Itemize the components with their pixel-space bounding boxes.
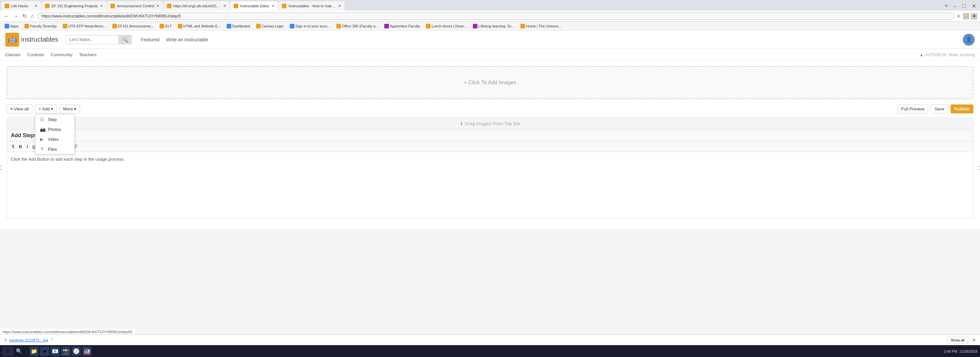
dropdown-item-step[interactable]: ☰ Step — [35, 115, 74, 124]
bookmarks-bar: Apps Faculty Diversity UTK EFP News/Anno… — [0, 22, 980, 30]
search-bar: 🔍 — [65, 35, 132, 44]
bookmark-item-5[interactable]: HTML and Website E... — [176, 23, 223, 29]
subnav-teachers[interactable]: Teachers — [79, 50, 97, 59]
bookmark-label-9: Office 365 (Faculty a... — [342, 24, 378, 28]
subnav-community[interactable]: Community — [51, 50, 73, 59]
tab-close-tab5[interactable]: ✕ — [271, 4, 275, 8]
browser-tab-tab3[interactable]: Announcement Control ✕ — [107, 1, 163, 11]
tab-close-tab1[interactable]: ✕ — [34, 4, 38, 8]
bookmark-label-3: EF151 Announceme... — [118, 24, 154, 28]
bookmark-icon-13 — [520, 24, 525, 29]
forward-button[interactable]: → — [12, 12, 20, 20]
text-content-area[interactable]: Click the Add Button to add each step in… — [7, 152, 973, 218]
more-button[interactable]: More ▾ — [59, 104, 80, 113]
bookmark-item-10[interactable]: Apprentice Faculty — [382, 23, 422, 29]
tab-close-tab6[interactable]: ✕ — [338, 4, 341, 8]
tab-bar: Life Hacks ✕ EF 151 Engineering Projects… — [0, 0, 980, 11]
bookmark-item-3[interactable]: EF151 Announceme... — [110, 23, 156, 29]
editor-toolbar: ≡ View all + Add ▾ ☰ Step 📷 Photos ▶ Vid — [6, 104, 974, 113]
tab-favicon-tab6 — [282, 4, 286, 8]
new-tab-button[interactable]: + — [943, 3, 950, 10]
save-button[interactable]: Save — [931, 104, 948, 113]
subnav-contests[interactable]: Contests — [27, 50, 44, 59]
bookmark-item-12[interactable]: Lifelong learning: Sc... — [471, 23, 516, 29]
extension-icon-1[interactable]: 🔑 — [963, 13, 969, 19]
format-italic[interactable]: I — [25, 143, 30, 150]
format-paragraph[interactable]: ¶ — [10, 143, 16, 150]
tab-close-tab2[interactable]: ✕ — [100, 4, 103, 8]
bookmark-item-9[interactable]: Office 365 (Faculty a... — [334, 23, 380, 29]
close-button[interactable]: ✕ — [969, 2, 979, 10]
window-controls: ‒ □ ✕ — [951, 2, 979, 10]
browser-tab-tab5[interactable]: Instructable Editor ✕ — [230, 1, 278, 11]
bookmark-item-2[interactable]: UTK EFP News/Anno... — [61, 23, 108, 29]
add-dropdown-menu: ☰ Step 📷 Photos ▶ Video 🖈 Files — [35, 114, 75, 155]
bookmark-label-0: Apps — [10, 24, 19, 28]
content-text: Click the Add Button to add each step in… — [11, 157, 124, 162]
bookmark-icon-5 — [178, 24, 182, 29]
bookmark-icon-12 — [473, 24, 477, 29]
dropdown-item-step-label: Step — [48, 117, 57, 122]
browser-tab-tab1[interactable]: Life Hacks ✕ — [1, 1, 41, 11]
dropdown-item-photos[interactable]: 📷 Photos — [35, 124, 74, 134]
bookmark-item-6[interactable]: Dashboard — [225, 23, 252, 29]
bookmark-label-5: HTML and Website E... — [183, 24, 221, 28]
browser-tab-tab2[interactable]: EF 151 Engineering Projects ✕ — [41, 1, 107, 11]
bookmark-label-13: Home | The Univers... — [526, 24, 562, 28]
home-button[interactable]: ⌂ — [29, 12, 35, 20]
user-avatar[interactable]: 👤 — [963, 34, 975, 46]
browser-tab-tab4[interactable]: https://ef.engr.utk.edu/ef151p-2... ✕ — [164, 1, 230, 11]
dropdown-item-video[interactable]: ▶ Video — [35, 134, 74, 144]
tab-close-tab4[interactable]: ✕ — [223, 4, 226, 8]
reload-button[interactable]: ↻ — [21, 12, 28, 20]
tab-close-tab3[interactable]: ✕ — [156, 4, 159, 8]
autodesk-badge: ▲ AUTODESK. Make anything — [920, 53, 975, 57]
tab-favicon-tab5 — [234, 4, 238, 8]
add-button[interactable]: + Add ▾ — [35, 104, 57, 113]
bookmark-icon-8 — [290, 24, 294, 29]
address-bar: ← → ↻ ⌂ ★ 🔑 ⚙ — [0, 11, 980, 22]
nav-write[interactable]: Write an Instructable — [166, 35, 208, 44]
publish-button[interactable]: Publish — [951, 104, 974, 113]
maximize-button[interactable]: □ — [960, 2, 969, 10]
video-icon: ▶ — [40, 137, 45, 142]
image-upload-text: + Click To Add Images — [464, 80, 516, 86]
tab-label-tab1: Life Hacks — [11, 4, 32, 8]
add-dropdown-wrapper: + Add ▾ ☰ Step 📷 Photos ▶ Video — [35, 104, 57, 113]
format-bold[interactable]: B — [17, 143, 24, 150]
bookmark-label-2: UTK EFP News/Anno... — [68, 24, 107, 28]
subnav-classes[interactable]: Classes — [5, 50, 21, 59]
tab-label-tab4: https://ef.engr.utk.edu/ef151p-2... — [173, 4, 221, 8]
bookmark-label-10: Apprentice Faculty — [390, 24, 420, 28]
dropdown-item-video-label: Video — [48, 137, 59, 142]
bookmark-item-11[interactable]: Lunch Hours | Dean... — [424, 23, 469, 29]
bookmark-item-0[interactable]: Apps — [3, 23, 21, 29]
search-button[interactable]: 🔍 — [119, 35, 131, 44]
bookmark-item-1[interactable]: Faculty Diversity — [22, 23, 59, 29]
formatting-bar: ¶ B I U ☰ ≡ ↤ ↦ 🔗 — [7, 142, 973, 152]
minimize-button[interactable]: ‒ — [951, 2, 959, 10]
tab-favicon-tab2 — [45, 4, 49, 8]
dropdown-item-files[interactable]: 🖈 Files — [35, 144, 74, 154]
full-preview-button[interactable]: Full Preview — [898, 104, 929, 113]
search-input[interactable] — [66, 35, 119, 44]
bookmark-item-7[interactable]: Canvas Login — [254, 23, 286, 29]
address-input[interactable] — [37, 13, 954, 20]
bookmark-icon-7 — [256, 24, 261, 29]
bookmark-icon-2 — [63, 24, 67, 29]
extension-icon-2[interactable]: ⚙ — [971, 13, 977, 19]
image-upload-box[interactable]: + Click To Add Images — [6, 66, 974, 99]
bookmark-item-4[interactable]: ELT — [158, 23, 173, 29]
nav-featured[interactable]: Featured — [141, 35, 159, 44]
next-step-button[interactable]: > — [975, 159, 980, 177]
bookmark-star-button[interactable]: ★ — [956, 13, 961, 19]
bookmark-item-13[interactable]: Home | The Univers... — [519, 23, 563, 29]
bookmark-label-4: ELT — [165, 24, 172, 28]
photos-icon: 📷 — [40, 127, 45, 132]
prev-step-button[interactable]: < — [0, 159, 5, 177]
bookmark-icon-1 — [24, 24, 29, 29]
back-button[interactable]: ← — [3, 12, 11, 20]
view-all-button[interactable]: ≡ View all — [6, 104, 32, 113]
bookmark-item-8[interactable]: Sign in to your acco... — [288, 23, 332, 29]
browser-tab-tab6[interactable]: Instructables - How to make an... ✕ — [278, 1, 345, 11]
